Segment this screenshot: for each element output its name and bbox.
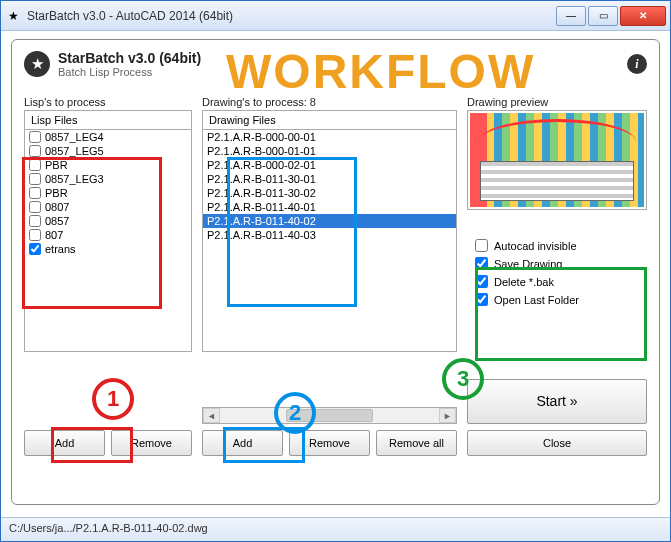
- drawing-item[interactable]: P2.1.A.R-B-011-40-03: [203, 228, 456, 242]
- options-box: Autocad invisibleSave DrawingDelete *.ba…: [467, 224, 647, 321]
- app-icon: ★: [5, 8, 21, 24]
- close-button[interactable]: Close: [467, 430, 647, 456]
- main-window: ★ StarBatch v3.0 - AutoCAD 2014 (64bit) …: [0, 0, 671, 542]
- annotation-circle-2: 2: [274, 392, 316, 434]
- drawing-item[interactable]: P2.1.A.R-B-000-00-01: [203, 130, 456, 144]
- lisp-item[interactable]: 0857: [25, 214, 191, 228]
- annotation-circle-3: 3: [442, 358, 484, 400]
- lisp-item-checkbox[interactable]: [29, 173, 41, 185]
- lisp-item-label: 0807: [45, 201, 69, 213]
- lisp-item[interactable]: 0857_LEG5: [25, 144, 191, 158]
- star-icon: ★: [24, 51, 50, 77]
- option-row: Delete *.bak: [475, 275, 639, 288]
- option-checkbox[interactable]: [475, 257, 488, 270]
- lisp-item[interactable]: 0857_LEG3: [25, 172, 191, 186]
- annotation-circle-1: 1: [92, 378, 134, 420]
- window-title: StarBatch v3.0 - AutoCAD 2014 (64bit): [27, 9, 556, 23]
- drawings-remove-button[interactable]: Remove: [289, 430, 370, 456]
- drawings-section-label: Drawing's to process: 8: [202, 96, 457, 108]
- titlebar: ★ StarBatch v3.0 - AutoCAD 2014 (64bit) …: [1, 1, 670, 31]
- lisp-item[interactable]: 807: [25, 228, 191, 242]
- preview-section-label: Drawing preview: [467, 96, 647, 108]
- lisp-item-label: PBR: [45, 187, 68, 199]
- preview-box: [467, 110, 647, 210]
- option-row: Autocad invisible: [475, 239, 639, 252]
- lisp-item-checkbox[interactable]: [29, 131, 41, 143]
- lisp-item-label: 0857: [45, 215, 69, 227]
- drawings-remove-all-button[interactable]: Remove all: [376, 430, 457, 456]
- lisp-remove-button[interactable]: Remove: [111, 430, 192, 456]
- option-label: Save Drawing: [494, 258, 562, 270]
- panel-subtitle: Batch Lisp Process: [58, 66, 201, 78]
- lisp-item[interactable]: PBR: [25, 158, 191, 172]
- minimize-button[interactable]: —: [556, 6, 586, 26]
- lisp-item[interactable]: 0807: [25, 200, 191, 214]
- drawing-item[interactable]: P2.1.A.R-B-000-02-01: [203, 158, 456, 172]
- lisp-item-checkbox[interactable]: [29, 243, 41, 255]
- option-row: Open Last Folder: [475, 293, 639, 306]
- lisp-item-label: 0857_LEG3: [45, 173, 104, 185]
- content-panel: WORKFLOW ★ StarBatch v3.0 (64bit) Batch …: [11, 39, 660, 505]
- lisp-item-label: etrans: [45, 243, 76, 255]
- lisp-item-checkbox[interactable]: [29, 159, 41, 171]
- drawings-scrollbar[interactable]: ◄ ►: [202, 407, 457, 424]
- maximize-button[interactable]: ▭: [588, 6, 618, 26]
- lisp-section-label: Lisp's to process: [24, 96, 192, 108]
- option-checkbox[interactable]: [475, 275, 488, 288]
- lisp-item-label: 0857_LEG5: [45, 145, 104, 157]
- lisp-item-checkbox[interactable]: [29, 187, 41, 199]
- drawing-item[interactable]: P2.1.A.R-B-011-30-02: [203, 186, 456, 200]
- lisp-item-checkbox[interactable]: [29, 229, 41, 241]
- lisp-item-label: 0857_LEG4: [45, 131, 104, 143]
- close-window-button[interactable]: ✕: [620, 6, 666, 26]
- panel-title: StarBatch v3.0 (64bit): [58, 50, 201, 66]
- lisp-list-header[interactable]: Lisp Files: [24, 110, 192, 130]
- scroll-left-button[interactable]: ◄: [203, 408, 220, 423]
- option-label: Delete *.bak: [494, 276, 554, 288]
- drawings-list[interactable]: P2.1.A.R-B-000-00-01P2.1.A.R-B-000-01-01…: [202, 130, 457, 352]
- drawing-item[interactable]: P2.1.A.R-B-000-01-01: [203, 144, 456, 158]
- option-row: Save Drawing: [475, 257, 639, 270]
- drawings-list-header[interactable]: Drawing Files: [202, 110, 457, 130]
- option-label: Open Last Folder: [494, 294, 579, 306]
- lisp-item-checkbox[interactable]: [29, 201, 41, 213]
- info-button[interactable]: i: [627, 54, 647, 74]
- lisp-item-checkbox[interactable]: [29, 215, 41, 227]
- status-path: C:/Users/ja.../P2.1.A.R-B-011-40-02.dwg: [9, 522, 208, 534]
- drawing-item[interactable]: P2.1.A.R-B-011-30-01: [203, 172, 456, 186]
- status-bar: C:/Users/ja.../P2.1.A.R-B-011-40-02.dwg: [1, 517, 670, 541]
- drawing-item[interactable]: P2.1.A.R-B-011-40-01: [203, 200, 456, 214]
- option-checkbox[interactable]: [475, 293, 488, 306]
- scroll-right-button[interactable]: ►: [439, 408, 456, 423]
- preview-image: [470, 113, 644, 207]
- lisp-item-label: 807: [45, 229, 63, 241]
- start-button[interactable]: Start »: [467, 379, 647, 425]
- lisp-item[interactable]: etrans: [25, 242, 191, 256]
- option-label: Autocad invisible: [494, 240, 577, 252]
- lisp-item[interactable]: 0857_LEG4: [25, 130, 191, 144]
- drawings-add-button[interactable]: Add: [202, 430, 283, 456]
- lisp-list[interactable]: 0857_LEG40857_LEG5PBR0857_LEG3PBR0807085…: [24, 130, 192, 352]
- option-checkbox[interactable]: [475, 239, 488, 252]
- lisp-item-label: PBR: [45, 159, 68, 171]
- lisp-add-button[interactable]: Add: [24, 430, 105, 456]
- lisp-item[interactable]: PBR: [25, 186, 191, 200]
- lisp-item-checkbox[interactable]: [29, 145, 41, 157]
- drawing-item[interactable]: P2.1.A.R-B-011-40-02: [203, 214, 456, 228]
